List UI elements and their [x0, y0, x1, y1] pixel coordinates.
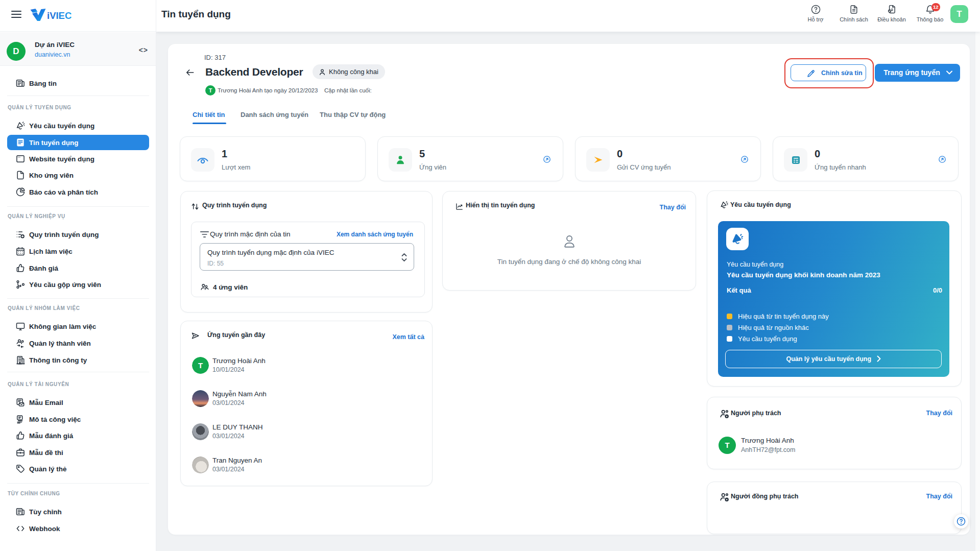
svg-text:iVIEC: iVIEC [47, 10, 71, 21]
